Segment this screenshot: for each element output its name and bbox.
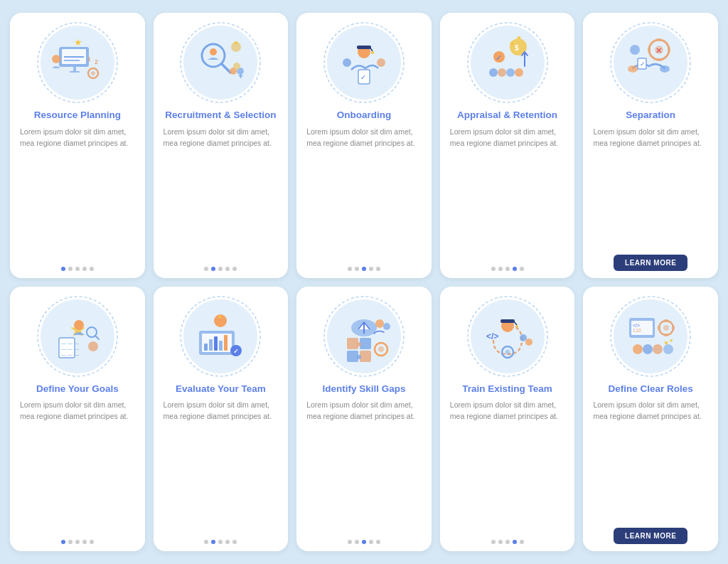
svg-point-123 bbox=[643, 344, 653, 354]
dot-1 bbox=[491, 267, 496, 271]
svg-point-57 bbox=[660, 65, 670, 73]
dot-3 bbox=[75, 540, 80, 544]
svg-text:★: ★ bbox=[218, 314, 223, 320]
svg-text:★: ★ bbox=[516, 34, 522, 41]
card-body: Lorem ipsum dolor sit dim amet, mea regi… bbox=[590, 400, 711, 522]
svg-rect-90 bbox=[360, 338, 371, 349]
card-recruitment-selection: ★ + Recruitment & Selection Lorem ipsum … bbox=[154, 13, 289, 278]
svg-point-109 bbox=[525, 339, 532, 346]
svg-text:$: $ bbox=[515, 44, 519, 52]
svg-text:— — —: — — — bbox=[61, 346, 79, 351]
dot-3 bbox=[505, 267, 510, 271]
dot-2 bbox=[355, 540, 359, 544]
card-body: Lorem ipsum dolor sit dim amet, mea regi… bbox=[447, 400, 568, 534]
svg-text:✓: ✓ bbox=[233, 348, 239, 355]
svg-text:</>: </> bbox=[633, 323, 640, 328]
svg-point-45 bbox=[506, 68, 515, 77]
svg-rect-6 bbox=[73, 67, 76, 71]
svg-text:— — —: — — — bbox=[61, 341, 79, 346]
dot-5 bbox=[376, 267, 380, 271]
svg-rect-80 bbox=[224, 335, 228, 351]
svg-rect-93 bbox=[357, 342, 361, 346]
evaluate-team-icon: ★ ✓ bbox=[178, 294, 263, 379]
card-title: Train Existing Team bbox=[462, 383, 552, 395]
resource-planning-icon: 1 2 ★ bbox=[35, 20, 120, 105]
card-body: Lorem ipsum dolor sit dim amet, mea regi… bbox=[304, 127, 424, 261]
svg-point-98 bbox=[383, 323, 390, 330]
svg-text:✕: ✕ bbox=[655, 46, 662, 55]
svg-text:1: 1 bbox=[87, 55, 91, 63]
card-title: Define Clear Roles bbox=[609, 383, 693, 395]
svg-text:110: 110 bbox=[633, 328, 641, 333]
define-roles-icon: </> 110 ★ ★ bbox=[608, 294, 693, 379]
svg-point-58 bbox=[630, 45, 640, 55]
dot-4 bbox=[369, 267, 373, 271]
appraisal-icon: $ ★ ★ ✓ bbox=[465, 20, 550, 105]
svg-rect-76 bbox=[204, 344, 208, 351]
svg-point-99 bbox=[471, 299, 545, 373]
dot-3 bbox=[218, 540, 223, 544]
svg-point-64 bbox=[74, 320, 84, 330]
svg-point-69 bbox=[88, 341, 98, 351]
svg-rect-55 bbox=[668, 48, 670, 52]
card-dots bbox=[204, 540, 237, 544]
dot-5 bbox=[520, 267, 524, 271]
svg-rect-54 bbox=[648, 48, 651, 52]
card-body: Lorem ipsum dolor sit dim amet, mea regi… bbox=[17, 127, 138, 261]
card-title: Evaluate Your Team bbox=[176, 383, 266, 395]
svg-point-46 bbox=[515, 68, 523, 77]
dot-2 bbox=[211, 267, 215, 271]
svg-point-30 bbox=[371, 51, 374, 54]
card-define-clear-roles: </> 110 ★ ★ Define Clear Roles Lorem ips… bbox=[583, 287, 718, 552]
dot-4 bbox=[513, 267, 517, 271]
recruitment-icon: ★ + bbox=[178, 20, 263, 105]
dot-5 bbox=[232, 540, 237, 544]
card-body: Lorem ipsum dolor sit dim amet, mea regi… bbox=[161, 127, 282, 261]
dot-5 bbox=[376, 540, 380, 544]
card-title: Appraisal & Retention bbox=[457, 110, 557, 122]
cards-grid: 1 2 ★ Resource Planning Lorem ipsum dolo… bbox=[10, 13, 718, 551]
card-title: Recruitment & Selection bbox=[165, 110, 276, 122]
train-team-icon: </> bbox=[465, 294, 550, 379]
dot-2 bbox=[498, 540, 503, 544]
svg-rect-78 bbox=[214, 336, 218, 351]
dot-4 bbox=[225, 540, 230, 544]
card-train-existing-team: </> Train Existing Team Lorem ipsum dolo… bbox=[440, 287, 575, 552]
svg-point-127 bbox=[663, 344, 673, 354]
svg-point-10 bbox=[91, 71, 95, 75]
card-body: Lorem ipsum dolor sit dim amet, mea regi… bbox=[447, 127, 568, 261]
svg-point-43 bbox=[489, 68, 498, 77]
svg-point-47 bbox=[614, 26, 687, 100]
dot-4 bbox=[82, 540, 87, 544]
dot-1 bbox=[348, 540, 352, 544]
svg-point-96 bbox=[378, 346, 384, 352]
card-title: Identify Skill Gaps bbox=[322, 383, 405, 395]
svg-text:✓: ✓ bbox=[496, 53, 502, 62]
dot-5 bbox=[232, 267, 237, 271]
svg-rect-7 bbox=[70, 71, 80, 73]
card-resource-planning: 1 2 ★ Resource Planning Lorem ipsum dolo… bbox=[10, 13, 145, 278]
svg-point-34 bbox=[377, 58, 385, 67]
learn-more-button-1[interactable]: LEARN MORE bbox=[614, 255, 687, 271]
dot-3 bbox=[362, 540, 366, 544]
card-separation: ✕ ✓ Separation Lorem ipsum dolor sit dim… bbox=[583, 13, 718, 278]
svg-rect-121 bbox=[672, 326, 675, 330]
svg-point-23 bbox=[233, 63, 240, 70]
svg-rect-53 bbox=[657, 58, 661, 61]
learn-more-button-2[interactable]: LEARN MORE bbox=[614, 528, 687, 544]
dot-1 bbox=[61, 267, 65, 271]
dot-3 bbox=[218, 267, 223, 271]
separation-icon: ✕ ✓ bbox=[608, 20, 693, 105]
dot-4 bbox=[225, 267, 230, 271]
svg-point-124 bbox=[653, 344, 663, 354]
dot-1 bbox=[491, 540, 496, 544]
dot-1 bbox=[204, 267, 208, 271]
define-goals-icon: ★ — — — — — — — — — bbox=[35, 294, 120, 379]
svg-rect-91 bbox=[347, 351, 358, 362]
svg-point-18 bbox=[210, 48, 217, 55]
svg-text:★: ★ bbox=[509, 40, 515, 47]
svg-rect-77 bbox=[209, 339, 213, 351]
dot-2 bbox=[68, 540, 73, 544]
dot-4 bbox=[82, 267, 87, 271]
dot-3 bbox=[505, 540, 510, 544]
